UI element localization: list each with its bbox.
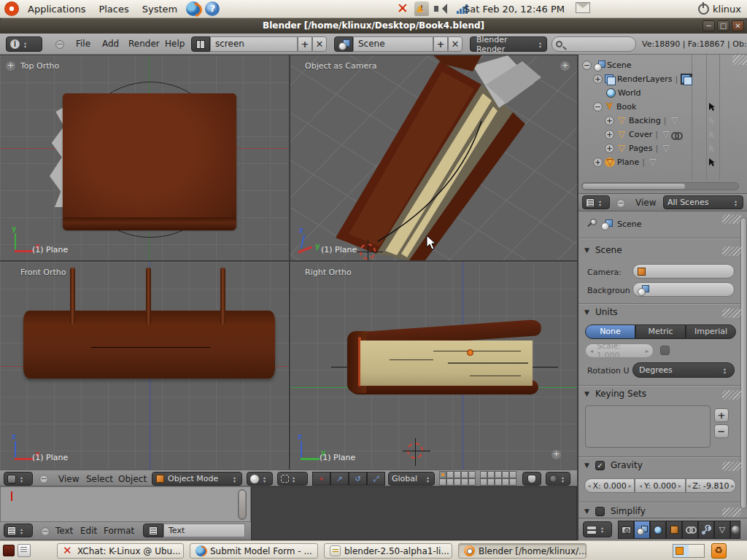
layers-grid-1[interactable] bbox=[439, 471, 476, 486]
add-scene-button[interactable]: + bbox=[433, 36, 448, 52]
mail-icon[interactable] bbox=[576, 2, 590, 13]
file-menu[interactable]: File bbox=[73, 39, 93, 49]
units-panel-header[interactable]: ▼ Units bbox=[584, 307, 618, 317]
expand-icon[interactable]: + bbox=[593, 158, 603, 167]
tab-world[interactable] bbox=[650, 521, 666, 539]
panel-grip[interactable] bbox=[722, 390, 741, 400]
window-titlebar[interactable]: Blender [/home/klinux/Desktop/Book4.blen… bbox=[0, 18, 747, 34]
tab-render[interactable] bbox=[618, 521, 634, 539]
tab-scene[interactable] bbox=[634, 521, 650, 539]
unit-scale-slider[interactable]: ◂Scale: 1.000▸ bbox=[585, 343, 654, 358]
clock[interactable]: Sat Feb 20, 12:46 PM bbox=[464, 0, 565, 18]
gravity-panel-header[interactable]: ▼ ✓ Gravity bbox=[584, 460, 643, 470]
separate-units-checkbox[interactable] bbox=[660, 346, 670, 355]
outliner-row-world[interactable]: World bbox=[578, 86, 747, 100]
layers-grid-2[interactable] bbox=[480, 471, 516, 486]
maximize-button[interactable]: □ bbox=[717, 20, 729, 31]
simplify-checkbox[interactable] bbox=[595, 507, 605, 516]
render-preview-dropdown[interactable]: ▴▾ bbox=[546, 472, 570, 486]
expand-icon[interactable]: + bbox=[605, 130, 614, 139]
viewport-right-ortho[interactable]: Right Ortho + z y (1) Plane bbox=[290, 262, 577, 470]
tab-modifiers[interactable] bbox=[698, 521, 714, 539]
workspace-1[interactable] bbox=[673, 545, 689, 557]
user-session-menu[interactable]: klinux bbox=[698, 0, 741, 18]
expand-icon[interactable]: + bbox=[605, 144, 614, 153]
mesh-data-icon[interactable]: ▽ bbox=[648, 158, 658, 167]
text-menu[interactable]: Text bbox=[53, 526, 76, 540]
rotate-manipulator-icon[interactable]: ↺ bbox=[349, 472, 367, 486]
help-menu[interactable]: Help bbox=[162, 39, 187, 49]
outliner-row-plane[interactable]: + ▽ Plane | ▽ bbox=[578, 155, 747, 169]
system-menu[interactable]: System bbox=[136, 0, 184, 18]
camera-field[interactable] bbox=[632, 264, 735, 279]
help-launcher-icon[interactable]: ? bbox=[205, 1, 220, 16]
keying-sets-list[interactable] bbox=[585, 405, 711, 448]
volume-icon[interactable] bbox=[433, 1, 447, 16]
collapse-icon[interactable]: − bbox=[582, 61, 592, 70]
gravity-y-field[interactable]: ◂Y: 0.000▸ bbox=[635, 478, 685, 493]
selectability-cursor-icon[interactable] bbox=[708, 144, 716, 153]
screen-layout-field[interactable]: screen bbox=[210, 36, 298, 52]
rotation-units-dropdown[interactable]: Degrees ▴▾ bbox=[632, 362, 735, 378]
remove-keying-set-button[interactable]: − bbox=[714, 424, 729, 438]
panel-grip[interactable] bbox=[722, 246, 741, 256]
editor-type-selector[interactable]: ▴▾ bbox=[583, 521, 612, 537]
outliner-horizontal-scrollbar[interactable] bbox=[581, 182, 739, 190]
mesh-data-icon[interactable]: ▽ bbox=[669, 116, 679, 125]
delete-screen-button[interactable]: ✕ bbox=[312, 36, 327, 52]
selectability-cursor-icon[interactable] bbox=[708, 116, 716, 125]
collapse-menus-icon[interactable]: − bbox=[39, 475, 48, 483]
collapse-menus-icon[interactable]: − bbox=[616, 199, 625, 208]
collapse-menus-icon[interactable]: − bbox=[41, 527, 50, 536]
mesh-data-icon[interactable]: ▽ bbox=[661, 144, 671, 153]
book-model-top[interactable] bbox=[63, 93, 236, 229]
screen-layout-icon[interactable] bbox=[191, 36, 210, 52]
scene-name-field[interactable]: Scene bbox=[353, 36, 433, 52]
editor-type-selector[interactable]: ▴▾ bbox=[582, 195, 610, 209]
scene-icon[interactable] bbox=[334, 36, 353, 52]
manipulator-axes-icon[interactable]: ⌖ bbox=[312, 472, 330, 486]
text-datablock-icon[interactable] bbox=[143, 524, 163, 537]
search-input[interactable] bbox=[551, 36, 636, 52]
background-field[interactable] bbox=[632, 282, 735, 297]
taskbar-window-file[interactable]: blender-2.50-alpha1-li... bbox=[324, 543, 452, 559]
translate-manipulator-icon[interactable]: ↗ bbox=[330, 472, 349, 486]
mode-dropdown[interactable]: Object Mode ▴▾ bbox=[152, 472, 242, 486]
snap-toggle[interactable] bbox=[522, 472, 541, 486]
expand-region-icon[interactable]: + bbox=[560, 61, 570, 71]
pivot-point-dropdown[interactable]: ▴▾ bbox=[277, 472, 308, 486]
render-menu[interactable]: Render bbox=[125, 39, 163, 49]
panel-grip[interactable] bbox=[722, 508, 741, 517]
viewport-front-ortho[interactable]: Front Ortho z x (1) Plane bbox=[0, 262, 289, 470]
text-datablock-field[interactable]: Text bbox=[163, 524, 245, 537]
render-engine-dropdown[interactable]: Blender Render ▴▾ bbox=[470, 36, 547, 52]
text-editor-scrollbar[interactable] bbox=[238, 489, 247, 520]
orientation-dropdown[interactable]: Global ▴▾ bbox=[388, 472, 435, 486]
outliner-row-renderlayers[interactable]: + RenderLayers | bbox=[578, 72, 747, 86]
outliner-row-backing[interactable]: + ▽ Backing | ▽ bbox=[578, 114, 747, 128]
add-menu[interactable]: Add bbox=[99, 39, 122, 49]
firefox-launcher-icon[interactable] bbox=[186, 1, 201, 16]
gravity-x-field[interactable]: ◂X: 0.000▸ bbox=[584, 478, 635, 493]
ubuntu-menu-icon[interactable] bbox=[4, 1, 19, 16]
selectability-cursor-icon[interactable] bbox=[708, 130, 716, 139]
selectability-cursor-icon[interactable] bbox=[708, 158, 716, 167]
simplify-panel-header[interactable]: ▼ Simplify bbox=[584, 506, 646, 516]
taskbar-window-firefox[interactable]: Submit Model Form - ... bbox=[190, 543, 318, 559]
close-button[interactable]: ✕ bbox=[732, 20, 744, 31]
display-filter-dropdown[interactable]: All Scenes ▴▾ bbox=[663, 195, 743, 209]
tab-data[interactable]: ▽ bbox=[714, 521, 730, 539]
viewport-shading-dropdown[interactable]: ▴▾ bbox=[247, 472, 273, 486]
outliner-row-pages[interactable]: + ▽ Pages | ▽ bbox=[578, 141, 747, 155]
outliner-row-cover[interactable]: + ▽ Cover | ▽ bbox=[578, 128, 747, 141]
taskbar-window-xchat[interactable]: XChat: K-Linux @ Ubu... bbox=[57, 543, 184, 559]
places-menu[interactable]: Places bbox=[92, 0, 135, 18]
gravity-z-field[interactable]: ◂Z: -9.810▸ bbox=[686, 478, 736, 493]
render-result-icon[interactable] bbox=[681, 74, 692, 85]
tab-object[interactable] bbox=[666, 521, 682, 539]
collapse-menus-icon[interactable]: − bbox=[55, 40, 64, 49]
panel-grip[interactable] bbox=[722, 462, 741, 471]
xchat-tray-icon[interactable] bbox=[396, 1, 411, 16]
mesh-data-icon[interactable]: ▽ bbox=[661, 130, 671, 139]
text-editor-area[interactable] bbox=[0, 486, 251, 522]
